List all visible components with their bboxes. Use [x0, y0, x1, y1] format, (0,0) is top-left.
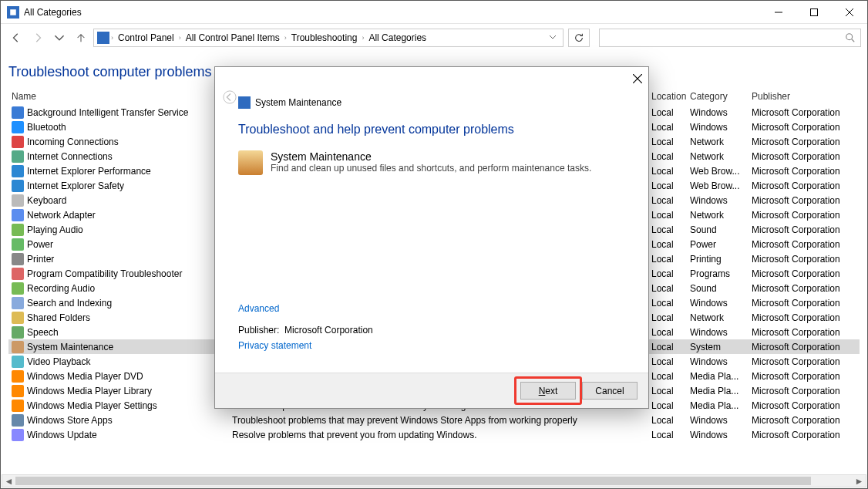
breadcrumb-item[interactable]: Control Panel — [115, 32, 177, 43]
navbar: › Control Panel › All Control Panel Item… — [1, 24, 867, 52]
col-location[interactable]: Location — [651, 91, 690, 102]
item-icon — [12, 238, 24, 251]
item-icon — [12, 106, 24, 119]
item-name: Windows Update — [27, 430, 97, 440]
history-dropdown[interactable] — [50, 29, 69, 47]
dialog-heading: Troubleshoot and help prevent computer p… — [238, 123, 625, 137]
item-publisher: Microsoft Corporation — [752, 298, 860, 309]
col-category[interactable]: Category — [690, 91, 752, 102]
address-bar[interactable]: › Control Panel › All Control Panel Item… — [93, 29, 564, 47]
item-name: Background Intelligent Transfer Service — [27, 107, 188, 118]
dialog-footer: Next Cancel — [215, 373, 648, 408]
cancel-button[interactable]: Cancel — [582, 382, 638, 400]
dialog-publisher: Publisher: Microsoft Corporation — [238, 325, 373, 336]
item-icon — [12, 121, 24, 133]
item-location: Local — [651, 239, 690, 250]
advanced-link[interactable]: Advanced — [238, 303, 279, 314]
item-name: Internet Explorer Performance — [27, 166, 151, 177]
item-location: Local — [651, 137, 690, 147]
item-name: Incoming Connections — [27, 137, 119, 147]
close-button[interactable] — [832, 1, 867, 24]
item-location: Local — [651, 430, 690, 440]
item-name: Network Adapter — [27, 210, 96, 221]
item-name: Playing Audio — [27, 224, 83, 235]
item-name: Windows Store Apps — [27, 415, 113, 426]
back-button[interactable] — [7, 29, 25, 47]
chevron-right-icon: › — [179, 34, 181, 42]
breadcrumb-item[interactable]: All Categories — [365, 32, 429, 43]
item-icon — [12, 414, 24, 427]
dialog-item-desc: Find and clean up unused files and short… — [271, 163, 591, 174]
item-category: System — [690, 342, 752, 352]
maximize-button[interactable] — [796, 1, 832, 24]
dialog-crumb-text: System Maintenance — [255, 97, 341, 108]
list-item[interactable]: Windows UpdateResolve problems that prev… — [8, 427, 860, 442]
search-icon — [845, 32, 856, 43]
item-location: Local — [651, 195, 690, 206]
item-publisher: Microsoft Corporation — [752, 386, 860, 396]
item-location: Local — [651, 342, 690, 352]
svg-point-6 — [846, 34, 853, 40]
horizontal-scrollbar[interactable]: ◄ ► — [2, 474, 866, 487]
item-location: Local — [651, 386, 690, 396]
item-location: Local — [651, 210, 690, 221]
item-name: Windows Media Player Settings — [27, 400, 157, 411]
item-publisher: Microsoft Corporation — [752, 327, 860, 338]
item-icon — [12, 282, 24, 295]
item-location: Local — [651, 371, 690, 382]
item-category: Sound — [690, 224, 752, 235]
item-publisher: Microsoft Corporation — [752, 356, 860, 367]
item-publisher: Microsoft Corporation — [752, 415, 860, 426]
col-publisher[interactable]: Publisher — [752, 91, 860, 102]
svg-point-10 — [224, 91, 236, 103]
minimize-button[interactable] — [761, 1, 796, 24]
item-category: Windows — [690, 122, 752, 133]
privacy-link[interactable]: Privacy statement — [238, 340, 311, 351]
item-location: Local — [651, 268, 690, 279]
list-item[interactable]: Windows Store AppsTroubleshoot problems … — [8, 413, 860, 427]
item-icon — [12, 136, 24, 148]
dialog-close-button[interactable] — [633, 74, 642, 86]
next-button[interactable]: Next — [520, 382, 576, 400]
item-category: Windows — [690, 430, 752, 440]
item-publisher: Microsoft Corporation — [752, 122, 860, 133]
item-publisher: Microsoft Corporation — [752, 180, 860, 191]
col-name[interactable]: Name — [8, 91, 232, 102]
item-location: Local — [651, 254, 690, 265]
scroll-left-icon[interactable]: ◄ — [2, 475, 15, 487]
item-icon — [12, 209, 24, 221]
scrollbar-thumb[interactable] — [15, 477, 811, 485]
item-icon — [12, 150, 24, 163]
refresh-button[interactable] — [568, 29, 590, 47]
search-input[interactable] — [599, 29, 861, 47]
item-publisher: Microsoft Corporation — [752, 195, 860, 206]
dialog-back-button — [223, 90, 237, 106]
breadcrumb-item[interactable]: All Control Panel Items — [183, 32, 283, 43]
item-publisher: Microsoft Corporation — [752, 283, 860, 294]
item-category: Windows — [690, 356, 752, 367]
item-name: Windows Media Player Library — [27, 386, 152, 396]
forward-button[interactable] — [29, 29, 47, 47]
item-publisher: Microsoft Corporation — [752, 342, 860, 352]
address-dropdown[interactable] — [546, 32, 560, 43]
item-publisher: Microsoft Corporation — [752, 371, 860, 382]
item-category: Sound — [690, 283, 752, 294]
item-name: Printer — [27, 254, 54, 265]
breadcrumb-item[interactable]: Troubleshooting — [288, 32, 361, 43]
item-category: Web Brow... — [690, 166, 752, 177]
item-location: Local — [651, 400, 690, 411]
scroll-right-icon[interactable]: ► — [853, 475, 866, 487]
item-category: Web Brow... — [690, 180, 752, 191]
item-name: Program Compatibility Troubleshooter — [27, 268, 182, 279]
item-icon — [12, 165, 24, 177]
titlebar: All Categories — [1, 1, 867, 24]
up-button[interactable] — [72, 29, 90, 47]
chevron-right-icon: › — [284, 34, 287, 42]
item-category: Media Pla... — [690, 371, 752, 382]
item-name: System Maintenance — [27, 342, 113, 352]
item-location: Local — [651, 298, 690, 309]
item-publisher: Microsoft Corporation — [752, 430, 860, 440]
item-category: Network — [690, 137, 752, 147]
svg-line-7 — [852, 39, 855, 42]
item-category: Media Pla... — [690, 386, 752, 396]
